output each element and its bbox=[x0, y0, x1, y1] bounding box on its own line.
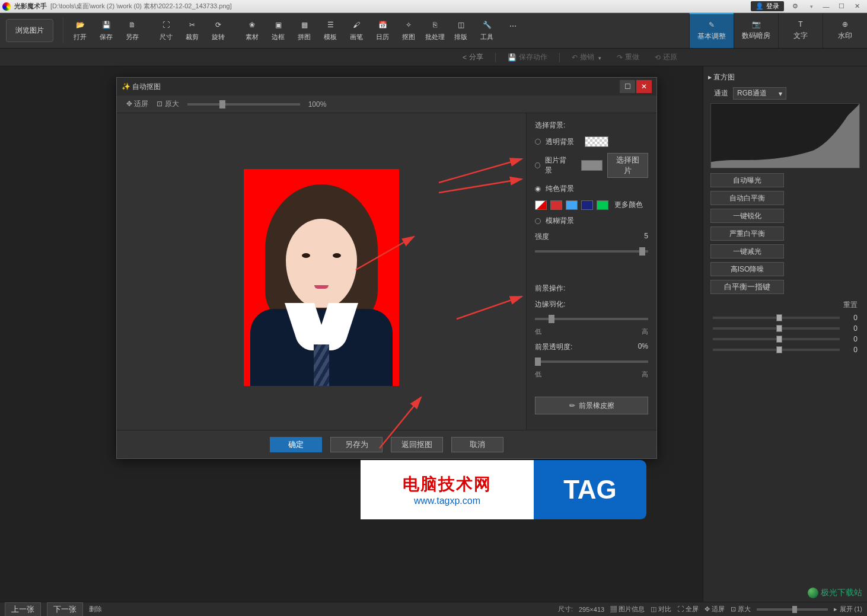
swatch-white-red[interactable] bbox=[535, 200, 547, 210]
minimize-button[interactable]: — bbox=[818, 1, 834, 12]
dialog-close[interactable]: ✕ bbox=[636, 80, 652, 93]
file-path: [D:\tools\桌面\work (2) \work (0) 素材\2022-… bbox=[50, 2, 232, 11]
dropdown-icon[interactable] bbox=[803, 1, 818, 12]
tool-collage[interactable]: ▦拼图 bbox=[291, 20, 317, 42]
image-swatch bbox=[581, 160, 603, 171]
btn-reduce-light[interactable]: 一键减光 bbox=[710, 244, 784, 258]
status-bar: 上一张 下一张 删除 尺寸: 295×413 ▦ 图片信息 ◫ 对比 ⛶ 全屏 … bbox=[0, 602, 867, 616]
brush-icon: 🖌 bbox=[350, 20, 362, 30]
select-bg-label: 选择背景: bbox=[535, 120, 648, 130]
choose-image-button[interactable]: 选择图片 bbox=[607, 153, 648, 178]
tool-tools[interactable]: 🔧工具 bbox=[474, 20, 500, 42]
rotate-icon: ⟳ bbox=[212, 20, 224, 30]
dialog-maximize[interactable]: ☐ bbox=[620, 80, 635, 93]
fit-button[interactable]: ✥ 适屏 bbox=[705, 605, 725, 614]
slider-3[interactable] bbox=[713, 338, 840, 340]
opacity-slider[interactable] bbox=[535, 360, 648, 363]
save-action-button[interactable]: 💾保存动作 bbox=[504, 51, 551, 63]
preview-area bbox=[117, 113, 526, 430]
tool-saveas[interactable]: 🗎另存 bbox=[119, 20, 145, 42]
text-icon: T bbox=[798, 20, 802, 28]
tool-size[interactable]: ⛶尺寸 bbox=[153, 20, 179, 42]
tool-cutout[interactable]: ✧抠图 bbox=[396, 20, 422, 42]
tool-layout[interactable]: ◫排版 bbox=[448, 20, 474, 42]
tool-frame[interactable]: ▣边框 bbox=[265, 20, 291, 42]
next-button[interactable]: 下一张 bbox=[47, 602, 83, 617]
compare-button[interactable]: ◫ 对比 bbox=[651, 605, 671, 614]
save-icon: 💾 bbox=[100, 20, 112, 30]
share-icon: < bbox=[463, 53, 467, 62]
original-size-button[interactable]: ⊡ 原大 bbox=[157, 99, 179, 109]
tool-calendar[interactable]: 📅日历 bbox=[369, 20, 396, 42]
tool-save[interactable]: 💾保存 bbox=[93, 20, 119, 42]
cancel-button[interactable]: 取消 bbox=[451, 437, 503, 452]
swatch-green[interactable] bbox=[597, 200, 608, 210]
browse-button[interactable]: 浏览图片 bbox=[6, 19, 53, 42]
right-tabs: ✎基本调整 📷数码暗房 T文字 ⊕水印 bbox=[689, 13, 867, 48]
saveas-button[interactable]: 另存为 bbox=[330, 437, 383, 452]
radio-blur-bg[interactable] bbox=[535, 218, 541, 224]
tool-more[interactable]: ⋯ bbox=[500, 21, 526, 41]
close-button[interactable]: ✕ bbox=[849, 1, 865, 12]
share-button[interactable]: <分享 bbox=[459, 51, 487, 63]
ok-button[interactable]: 确定 bbox=[270, 437, 322, 452]
btn-severe-wb[interactable]: 严重白平衡 bbox=[710, 226, 784, 241]
auto-cutout-dialog: ✨ 自动抠图 ☐ ✕ ✥ 适屏 ⊡ 原大 100% 选择背景: 透明背景 图片背… bbox=[116, 77, 657, 459]
tab-watermark[interactable]: ⊕水印 bbox=[823, 13, 867, 48]
swatch-lightblue[interactable] bbox=[566, 200, 578, 210]
restore-button[interactable]: ⟲还原 bbox=[651, 51, 681, 63]
orig-button[interactable]: ⊡ 原大 bbox=[731, 605, 751, 614]
swatch-red[interactable] bbox=[550, 200, 562, 210]
feather-slider[interactable] bbox=[535, 318, 648, 320]
undo-button[interactable]: ↶撤销 bbox=[568, 51, 605, 63]
radio-solid-bg[interactable] bbox=[535, 186, 541, 192]
reset-link[interactable]: 重置 bbox=[708, 298, 862, 312]
redo-button[interactable]: ↷重做 bbox=[613, 51, 643, 63]
collage-icon: ▦ bbox=[298, 20, 310, 30]
fullscreen-button[interactable]: ⛶ 全屏 bbox=[677, 605, 699, 614]
tab-basic[interactable]: ✎基本调整 bbox=[689, 13, 734, 48]
radio-image-bg[interactable] bbox=[535, 162, 540, 168]
back-button[interactable]: 返回抠图 bbox=[391, 437, 443, 452]
crop-icon: ✂ bbox=[186, 20, 198, 30]
strength-slider[interactable] bbox=[535, 250, 648, 253]
dialog-title: 自动抠图 bbox=[132, 82, 161, 92]
size-label: 尺寸: bbox=[558, 605, 573, 614]
expand-button[interactable]: ▸ 展开 (1) bbox=[834, 605, 862, 614]
btn-auto-exposure[interactable]: 自动曝光 bbox=[710, 173, 784, 187]
tool-open[interactable]: 📂打开 bbox=[67, 20, 93, 42]
tab-text[interactable]: T文字 bbox=[778, 13, 823, 48]
swatch-darkblue[interactable] bbox=[581, 200, 593, 210]
user-icon: 👤 bbox=[756, 2, 764, 10]
tool-brush[interactable]: 🖌画笔 bbox=[343, 20, 369, 42]
size-icon: ⛶ bbox=[160, 20, 172, 30]
histogram-header: ▸ 直方图 bbox=[708, 70, 862, 85]
transparent-swatch bbox=[585, 136, 608, 147]
login-button[interactable]: 👤登录 bbox=[751, 1, 784, 11]
tool-crop[interactable]: ✂裁剪 bbox=[179, 20, 205, 42]
tab-darkroom[interactable]: 📷数码暗房 bbox=[734, 13, 778, 48]
more-colors[interactable]: 更多颜色 bbox=[614, 200, 643, 210]
channel-select[interactable]: RGB通道▾ bbox=[733, 87, 786, 100]
prev-button[interactable]: 上一张 bbox=[5, 602, 41, 617]
tool-material[interactable]: ❀素材 bbox=[239, 20, 265, 42]
tool-template[interactable]: ☰模板 bbox=[317, 20, 343, 42]
delete-button[interactable]: 删除 bbox=[89, 605, 102, 614]
eraser-button[interactable]: ✏前景橡皮擦 bbox=[535, 397, 648, 414]
btn-wb-picker[interactable]: 白平衡一指键 bbox=[710, 280, 784, 294]
tool-batch[interactable]: ⎘批处理 bbox=[422, 20, 448, 42]
btn-sharpen[interactable]: 一键锐化 bbox=[710, 209, 784, 223]
fit-screen-button[interactable]: ✥ 适屏 bbox=[126, 99, 148, 109]
slider-4[interactable] bbox=[713, 349, 840, 351]
info-button[interactable]: ▦ 图片信息 bbox=[610, 605, 645, 614]
settings-icon[interactable]: ⚙ bbox=[788, 1, 803, 12]
maximize-button[interactable]: ☐ bbox=[834, 1, 849, 12]
radio-transparent[interactable] bbox=[535, 139, 541, 145]
slider-2[interactable] bbox=[713, 327, 840, 330]
btn-auto-wb[interactable]: 自动白平衡 bbox=[710, 191, 784, 205]
zoom-slider[interactable] bbox=[187, 103, 300, 106]
slider-1[interactable] bbox=[713, 317, 840, 319]
material-icon: ❀ bbox=[246, 20, 258, 30]
btn-iso-noise[interactable]: 高ISO降噪 bbox=[710, 262, 784, 276]
tool-rotate[interactable]: ⟳旋转 bbox=[205, 20, 231, 42]
